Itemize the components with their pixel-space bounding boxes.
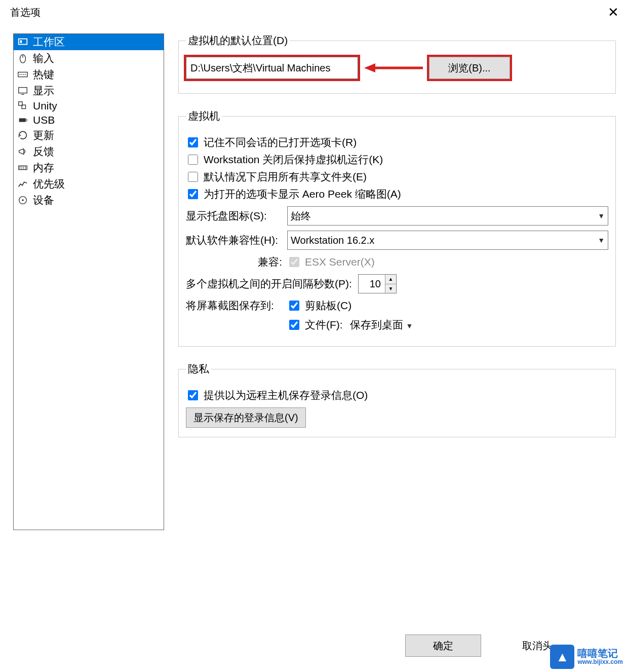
combo-value: 保存到桌面 bbox=[350, 319, 403, 330]
group-default-location: 虚拟机的默认位置(D) 浏览(B)... bbox=[178, 33, 616, 94]
screenshot-save-label: 将屏幕截图保存到: bbox=[186, 298, 287, 313]
usb-icon bbox=[17, 114, 29, 126]
cb-clipboard[interactable]: 剪贴板(C) bbox=[287, 298, 351, 313]
chevron-down-icon: ▼ bbox=[598, 236, 605, 244]
monitor-icon bbox=[17, 85, 29, 97]
group-legend: 虚拟机 bbox=[186, 109, 222, 123]
dialog-footer: 确定 取消头 bbox=[0, 631, 626, 672]
priority-icon bbox=[17, 178, 29, 190]
sidebar-item-display[interactable]: 显示 bbox=[14, 83, 164, 99]
compat-combo[interactable]: Workstation 16.2.x ▼ bbox=[287, 231, 608, 250]
sidebar-item-priority[interactable]: 优先级 bbox=[14, 176, 164, 192]
svg-point-8 bbox=[25, 74, 26, 75]
cb-aero-peek[interactable]: 为打开的选项卡显示 Aero Peek 缩略图(A) bbox=[186, 187, 608, 201]
cb-keep-running[interactable]: Workstation 关闭后保持虚拟机运行(K) bbox=[186, 153, 608, 167]
checkbox[interactable] bbox=[289, 320, 299, 330]
svg-rect-0 bbox=[19, 39, 27, 45]
sidebar-item-updates[interactable]: 更新 bbox=[14, 127, 164, 143]
ok-button[interactable]: 确定 bbox=[405, 634, 481, 657]
close-icon[interactable]: ✕ bbox=[599, 5, 619, 20]
refresh-icon bbox=[17, 129, 29, 141]
checkbox[interactable] bbox=[188, 390, 198, 400]
cb-enable-shared-folders[interactable]: 默认情况下启用所有共享文件夹(E) bbox=[186, 170, 608, 184]
window-title: 首选项 bbox=[10, 6, 599, 19]
cb-save-remote-login[interactable]: 提供以为远程主机保存登录信息(O) bbox=[186, 388, 608, 402]
sidebar-item-input[interactable]: 输入 bbox=[14, 50, 164, 66]
svg-point-5 bbox=[20, 74, 21, 75]
watermark-icon: ▲ bbox=[550, 645, 574, 669]
checkbox-label: 默认情况下启用所有共享文件夹(E) bbox=[204, 170, 367, 184]
spinner-up-icon[interactable]: ▲ bbox=[385, 275, 396, 284]
svg-marker-24 bbox=[364, 63, 375, 72]
save-file-combo[interactable]: 保存到桌面 ▼ bbox=[350, 318, 522, 332]
interval-spinner[interactable]: ▲ ▼ bbox=[358, 274, 397, 293]
checkbox[interactable] bbox=[188, 189, 198, 199]
combo-value: 始终 bbox=[291, 209, 311, 223]
tray-icon-label: 显示托盘图标(S): bbox=[186, 209, 287, 223]
sidebar-item-unity[interactable]: Unity bbox=[14, 99, 164, 113]
chevron-down-icon: ▼ bbox=[598, 212, 605, 220]
checkbox-label: ESX Server(X) bbox=[305, 256, 375, 268]
sidebar-item-workspace[interactable]: 工作区 bbox=[14, 34, 164, 50]
sidebar-item-label: 输入 bbox=[33, 51, 54, 65]
group-privacy: 隐私 提供以为远程主机保存登录信息(O) 显示保存的登录信息(V) bbox=[178, 362, 616, 437]
sidebar-item-label: 更新 bbox=[33, 128, 54, 142]
sidebar-item-memory[interactable]: 内存 bbox=[14, 160, 164, 176]
interval-label: 多个虚拟机之间的开启间隔秒数(P): bbox=[186, 277, 358, 291]
memory-icon bbox=[17, 162, 29, 174]
checkbox[interactable] bbox=[188, 137, 198, 147]
checkbox-label: 提供以为远程主机保存登录信息(O) bbox=[204, 388, 368, 402]
checkbox[interactable] bbox=[188, 172, 198, 182]
chevron-down-icon: ▼ bbox=[406, 322, 413, 330]
watermark-text: 嘻嘻笔记 www.bijixx.com bbox=[577, 648, 623, 665]
svg-rect-13 bbox=[19, 118, 26, 122]
checkbox-label: 文件(F): bbox=[305, 318, 343, 332]
compat-with-label: 兼容: bbox=[186, 255, 287, 269]
sidebar-item-devices[interactable]: 设备 bbox=[14, 192, 164, 208]
checkbox-label: 剪贴板(C) bbox=[305, 298, 351, 313]
svg-rect-14 bbox=[26, 119, 27, 121]
browse-button[interactable]: 浏览(B)... bbox=[429, 57, 510, 79]
unity-icon bbox=[17, 100, 29, 112]
svg-rect-9 bbox=[19, 88, 27, 93]
default-location-input[interactable] bbox=[186, 57, 358, 79]
svg-rect-1 bbox=[20, 40, 22, 43]
sidebar-item-label: 优先级 bbox=[33, 177, 65, 191]
show-saved-logins-button[interactable]: 显示保存的登录信息(V) bbox=[186, 407, 306, 428]
sidebar-item-feedback[interactable]: 反馈 bbox=[14, 143, 164, 160]
checkbox-label: 记住不同会话的已打开选项卡(R) bbox=[204, 135, 357, 150]
checkbox[interactable] bbox=[289, 301, 299, 311]
checkbox bbox=[289, 257, 299, 267]
checkbox[interactable] bbox=[188, 155, 198, 165]
svg-point-7 bbox=[23, 74, 24, 75]
preferences-window: 首选项 ✕ 工作区 输入 热键 bbox=[0, 0, 626, 672]
device-icon bbox=[17, 194, 29, 206]
sidebar-item-label: 反馈 bbox=[33, 144, 54, 159]
sidebar-item-label: 设备 bbox=[33, 193, 54, 207]
checkbox-label: 为打开的选项卡显示 Aero Peek 缩略图(A) bbox=[204, 187, 401, 201]
category-tree[interactable]: 工作区 输入 热键 显示 bbox=[13, 33, 164, 530]
tray-icon-combo[interactable]: 始终 ▼ bbox=[287, 206, 608, 226]
cb-file[interactable]: 文件(F): bbox=[287, 318, 343, 332]
sidebar-item-label: Unity bbox=[33, 100, 57, 112]
sidebar-item-label: 内存 bbox=[33, 161, 54, 175]
sidebar-item-hotkeys[interactable]: 热键 bbox=[14, 66, 164, 83]
spinner-down-icon[interactable]: ▼ bbox=[385, 284, 396, 293]
sidebar-item-label: 显示 bbox=[33, 84, 54, 98]
annotation-arrow bbox=[358, 60, 429, 76]
svg-marker-15 bbox=[19, 149, 24, 155]
settings-panel: 虚拟机的默认位置(D) 浏览(B)... 虚拟机 bbox=[178, 33, 626, 631]
watermark: ▲ 嘻嘻笔记 www.bijixx.com bbox=[550, 645, 623, 669]
sidebar-item-label: USB bbox=[33, 114, 55, 126]
compat-label: 默认软件兼容性(H): bbox=[186, 233, 287, 247]
titlebar: 首选项 ✕ bbox=[0, 0, 626, 24]
keyboard-icon bbox=[17, 68, 29, 81]
group-virtual-machines: 虚拟机 记住不同会话的已打开选项卡(R) Workstation 关闭后保持虚拟… bbox=[178, 109, 616, 347]
checkbox-label: Workstation 关闭后保持虚拟机运行(K) bbox=[204, 153, 383, 167]
sidebar-item-usb[interactable]: USB bbox=[14, 113, 164, 127]
interval-value[interactable] bbox=[359, 275, 385, 293]
megaphone-icon bbox=[17, 145, 29, 158]
sidebar-item-label: 工作区 bbox=[33, 35, 65, 49]
mouse-icon bbox=[17, 52, 29, 64]
cb-remember-tabs[interactable]: 记住不同会话的已打开选项卡(R) bbox=[186, 135, 608, 150]
